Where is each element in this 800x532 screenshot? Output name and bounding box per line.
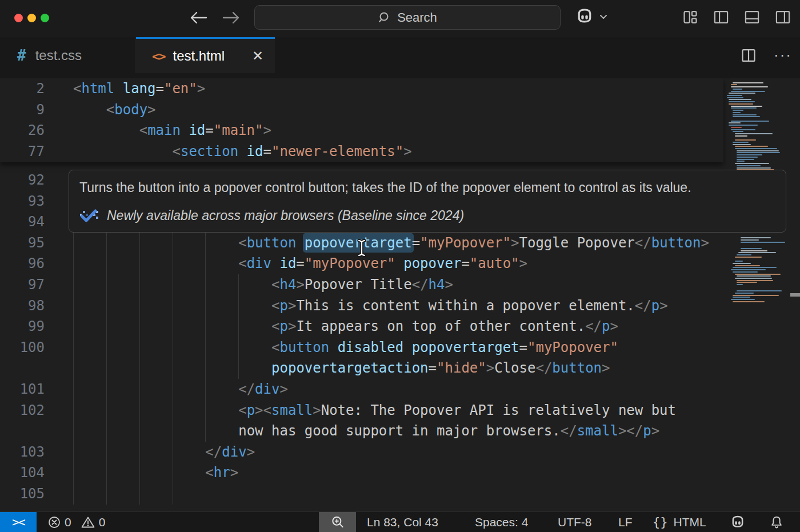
code-token: hr bbox=[214, 465, 230, 481]
code-token: button bbox=[651, 235, 701, 251]
indentation-status[interactable]: Spaces: 4 bbox=[475, 512, 528, 532]
toggle-secondary-sidebar-button[interactable] bbox=[775, 9, 791, 25]
editor-area[interactable]: 92939495<button popovertarget="myPopover… bbox=[0, 78, 800, 511]
code-line[interactable]: 77<section id="newer-elements"> bbox=[0, 141, 726, 162]
indent-guide bbox=[173, 253, 173, 274]
minimap-line bbox=[727, 95, 742, 96]
code-line[interactable]: 104<hr> bbox=[0, 462, 726, 483]
tab-test-html[interactable]: <> test.html ✕ bbox=[136, 37, 275, 73]
minimap-line bbox=[733, 114, 757, 115]
back-button[interactable] bbox=[189, 8, 208, 27]
code-line[interactable]: 102<p><small>Note: The Popover API is re… bbox=[0, 400, 726, 421]
minimap-line bbox=[733, 131, 743, 132]
code-line[interactable]: 101</div> bbox=[0, 379, 726, 400]
indent-guide bbox=[173, 400, 173, 421]
minimap-line bbox=[741, 250, 767, 251]
code-token bbox=[296, 235, 304, 251]
indent-guide bbox=[238, 337, 239, 358]
code-text: </div> bbox=[205, 442, 255, 463]
close-tab-icon[interactable]: ✕ bbox=[252, 48, 263, 64]
tooltip-description: Turns the button into a popover control … bbox=[79, 180, 691, 195]
notifications-status[interactable] bbox=[769, 512, 784, 532]
indent-guide bbox=[173, 483, 173, 505]
code-line[interactable]: 26<main id="main"> bbox=[0, 120, 726, 141]
code-line[interactable]: popovertargetaction="hide">Close</button… bbox=[0, 358, 726, 379]
code-line[interactable]: now has good support in major browsers.<… bbox=[0, 421, 726, 442]
arrow-left-icon bbox=[189, 10, 207, 25]
code-line[interactable]: 9<body> bbox=[0, 99, 726, 121]
code-token: Note: The Popover API is relatively new … bbox=[321, 402, 676, 418]
minimap-line bbox=[733, 142, 749, 143]
encoding-status[interactable]: UTF-8 bbox=[558, 512, 592, 532]
minimap[interactable] bbox=[725, 80, 797, 503]
code-token: popovertargetaction bbox=[271, 360, 429, 376]
tab-test-css[interactable]: # test.css bbox=[0, 37, 136, 73]
code-line[interactable]: 97<h4>Popover Title</h4> bbox=[0, 274, 726, 295]
indent-guide bbox=[205, 233, 206, 254]
minimap-line bbox=[735, 293, 754, 294]
language-label: HTML bbox=[674, 515, 706, 529]
line-number: 93 bbox=[0, 191, 45, 212]
zoom-window-button[interactable] bbox=[41, 14, 49, 22]
line-number: 95 bbox=[0, 233, 45, 254]
split-editor-button[interactable] bbox=[741, 47, 757, 63]
code-token: > bbox=[288, 318, 296, 334]
code-line[interactable]: 99<p>It appears on top of other content.… bbox=[0, 316, 726, 337]
minimize-window-button[interactable] bbox=[27, 14, 36, 22]
minimap-line bbox=[737, 165, 761, 166]
minimap-line bbox=[737, 167, 771, 169]
code-line[interactable]: 2<html lang="en"> bbox=[0, 78, 726, 99]
indent-guide bbox=[173, 295, 173, 317]
text-cursor-pointer bbox=[356, 238, 367, 258]
split-editor-icon bbox=[741, 47, 757, 63]
code-token: section bbox=[181, 143, 238, 159]
language-mode-status[interactable]: {} HTML bbox=[653, 512, 706, 532]
copilot-status[interactable] bbox=[729, 512, 746, 532]
copilot-menu-button[interactable] bbox=[574, 6, 609, 27]
code-token: id bbox=[189, 122, 205, 138]
code-line[interactable]: 105 bbox=[0, 483, 726, 505]
code-token: "myPopover" bbox=[420, 235, 511, 251]
code-token: < bbox=[271, 298, 279, 314]
more-actions-button[interactable]: ··· bbox=[774, 46, 792, 64]
code-token: </ bbox=[585, 318, 602, 334]
code-token: id bbox=[247, 143, 263, 159]
code-token: popover bbox=[403, 255, 461, 271]
command-center-search[interactable]: Search bbox=[254, 5, 561, 30]
code-token: < bbox=[139, 122, 147, 138]
code-token: > bbox=[519, 255, 527, 271]
line-number: 101 bbox=[0, 379, 45, 400]
code-line[interactable]: 100<button disabled popovertarget="myPop… bbox=[0, 337, 726, 358]
minimap-line bbox=[731, 121, 769, 122]
code-token bbox=[403, 339, 411, 355]
indent-guide bbox=[173, 274, 173, 295]
toggle-panel-button[interactable] bbox=[744, 9, 760, 25]
indent-guide bbox=[73, 483, 74, 505]
search-icon bbox=[378, 11, 391, 25]
code-token: p bbox=[247, 402, 255, 418]
eol-status[interactable]: LF bbox=[618, 512, 633, 532]
code-token: </ bbox=[635, 235, 651, 251]
forward-button[interactable] bbox=[222, 8, 241, 27]
minimap-line bbox=[741, 239, 759, 241]
window-zoom-status[interactable] bbox=[319, 512, 356, 532]
indent-guide bbox=[73, 421, 74, 442]
code-token: </ bbox=[561, 423, 577, 439]
close-window-button[interactable] bbox=[14, 14, 23, 22]
problems-status[interactable]: 0 0 bbox=[47, 512, 111, 532]
remote-indicator[interactable]: >< bbox=[0, 512, 37, 532]
indent-guide bbox=[106, 316, 107, 337]
indent-guide bbox=[139, 442, 140, 463]
indent-guide bbox=[173, 421, 173, 442]
toggle-primary-sidebar-button[interactable] bbox=[713, 9, 729, 25]
indent-guide bbox=[205, 337, 206, 358]
code-line[interactable]: 98<p>This is content within a popover el… bbox=[0, 295, 726, 317]
sticky-scroll[interactable]: 2<html lang="en">9<body>26<main id="main… bbox=[0, 78, 723, 162]
code-token: lang bbox=[123, 81, 156, 97]
code-token: h4 bbox=[279, 277, 296, 293]
indent-guide bbox=[106, 462, 107, 483]
cursor-position-status[interactable]: Ln 83, Col 43 bbox=[367, 512, 438, 532]
customize-layout-button[interactable] bbox=[682, 9, 698, 25]
code-line[interactable]: 103</div> bbox=[0, 442, 726, 463]
code-token: > bbox=[403, 143, 411, 159]
